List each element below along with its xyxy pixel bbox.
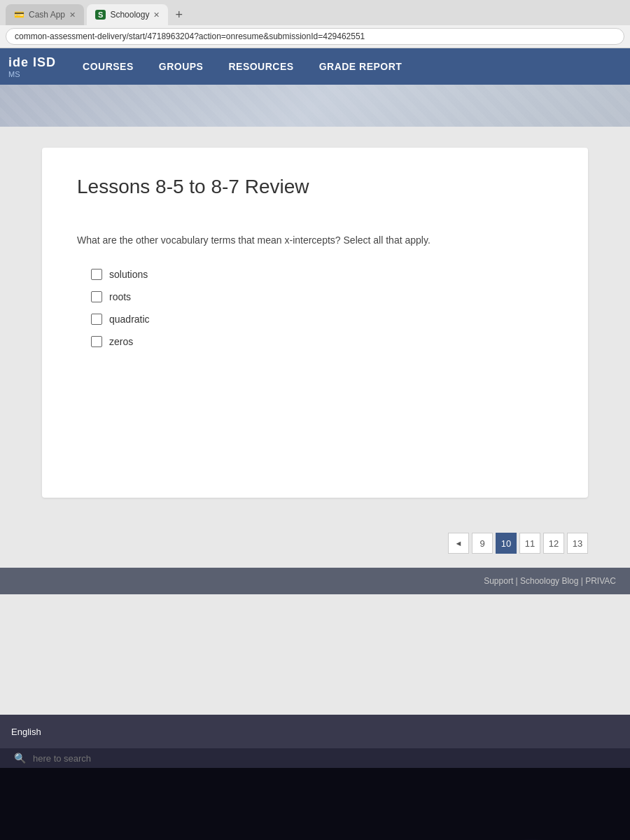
checkbox-zeros[interactable]: [91, 336, 102, 347]
content-area: Lessons 8-5 to 8-7 Review What are the o…: [0, 127, 630, 519]
checkbox-quadratic[interactable]: [91, 314, 102, 325]
schoology-tab-icon: S: [95, 10, 106, 20]
schoology-tab-label: Schoology: [110, 10, 149, 20]
nav-grade-report[interactable]: GRADE REPORT: [307, 48, 415, 85]
footer-support[interactable]: Support: [484, 576, 513, 586]
nav-groups[interactable]: GROUPS: [146, 48, 216, 85]
search-icon: 🔍: [14, 752, 26, 764]
schoology-tab-close[interactable]: ✕: [153, 10, 160, 20]
tab-schoology[interactable]: S Schoology ✕: [87, 4, 168, 25]
answer-label-quadratic: quadratic: [109, 314, 150, 325]
taskbar-search-input[interactable]: [33, 753, 150, 764]
answer-label-roots: roots: [109, 291, 131, 302]
answer-option-solutions: solutions: [91, 269, 553, 280]
cash-app-icon: 💳: [14, 10, 24, 20]
page-btn-11[interactable]: 11: [519, 533, 540, 554]
cash-app-tab-close[interactable]: ✕: [69, 10, 76, 20]
answer-option-roots: roots: [91, 291, 553, 302]
nav-resources[interactable]: RESOURCES: [216, 48, 306, 85]
page-btn-9[interactable]: 9: [472, 533, 493, 554]
page-btn-10[interactable]: 10: [496, 533, 517, 554]
new-tab-button[interactable]: +: [171, 8, 187, 22]
quiz-card: Lessons 8-5 to 8-7 Review What are the o…: [42, 148, 588, 498]
address-bar[interactable]: common-assessment-delivery/start/4718963…: [6, 28, 624, 45]
main-wrapper: Lessons 8-5 to 8-7 Review What are the o…: [0, 85, 630, 715]
bottom-dark-area: [0, 768, 630, 840]
checkbox-solutions[interactable]: [91, 269, 102, 280]
answer-label-solutions: solutions: [109, 269, 148, 280]
browser-chrome: 💳 Cash App ✕ S Schoology ✕ + common-asse…: [0, 0, 630, 48]
answer-option-quadratic: quadratic: [91, 314, 553, 325]
footer: Support | Schoology Blog | PRIVAC: [0, 568, 630, 594]
page-btn-12[interactable]: 12: [543, 533, 564, 554]
footer-blog[interactable]: Schoology Blog: [520, 576, 578, 586]
quiz-title: Lessons 8-5 to 8-7 Review: [77, 176, 553, 212]
pagination-row: ◄ 9 10 11 12 13: [0, 519, 630, 568]
answer-option-zeros: zeros: [91, 336, 553, 347]
schoology-nav: ide ISD MS COURSES GROUPS RESOURCES GRAD…: [0, 48, 630, 85]
answer-label-zeros: zeros: [109, 336, 133, 347]
tab-cash-app[interactable]: 💳 Cash App ✕: [6, 4, 84, 25]
logo-main: ide ISD: [8, 55, 56, 70]
logo-sub: MS: [8, 70, 56, 78]
search-bar-area: 🔍: [0, 748, 630, 768]
cash-app-tab-label: Cash App: [29, 10, 65, 20]
answer-options: solutions roots quadratic zeros: [77, 269, 553, 347]
page-btn-13[interactable]: 13: [567, 533, 588, 554]
tab-bar: 💳 Cash App ✕ S Schoology ✕ +: [0, 0, 630, 25]
address-bar-row: common-assessment-delivery/start/4718963…: [0, 25, 630, 48]
checkbox-roots[interactable]: [91, 291, 102, 302]
content-header-bg: [0, 85, 630, 127]
taskbar: English: [0, 715, 630, 748]
quiz-question: What are the other vocabulary terms that…: [77, 233, 553, 248]
nav-courses[interactable]: COURSES: [70, 48, 146, 85]
taskbar-language: English: [11, 727, 41, 737]
footer-privacy[interactable]: PRIVAC: [585, 576, 616, 586]
nav-logo: ide ISD MS: [8, 55, 56, 78]
pagination-prev[interactable]: ◄: [448, 533, 469, 554]
